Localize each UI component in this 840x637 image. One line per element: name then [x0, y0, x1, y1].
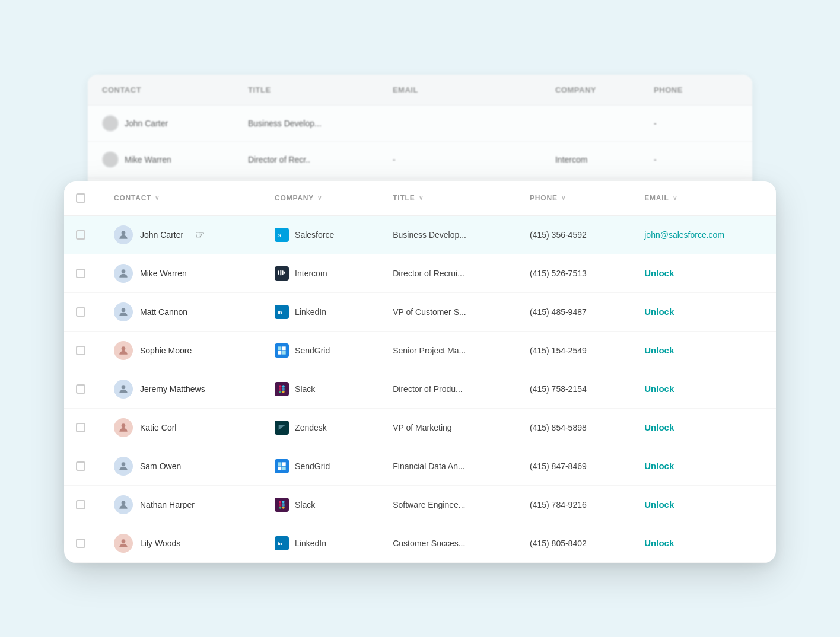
bg-email-cell [378, 105, 541, 141]
phone-text: (415) 847-8469 [530, 461, 587, 471]
unlock-button[interactable]: Unlock [644, 461, 674, 471]
company-cell: in LinkedIn [260, 292, 378, 331]
row-checkbox[interactable] [76, 307, 85, 317]
title-text: VP of Marketing [393, 423, 451, 432]
title-text: Director of Produ... [393, 384, 463, 394]
title-text: VP of Customer S... [393, 307, 466, 317]
unlock-button[interactable]: Unlock [644, 422, 674, 432]
phone-cell: (415) 154-2549 [516, 331, 630, 370]
svg-rect-13 [282, 351, 286, 354]
email-cell: john@salesforce.com [630, 215, 776, 254]
col-company: COMPANY ∨ [260, 181, 378, 215]
contact-name: Jeremy Matthews [140, 384, 205, 394]
phone-text: (415) 526-7513 [530, 269, 587, 278]
unlock-button[interactable]: Unlock [644, 384, 674, 394]
bg-title-cell: Business Develop... [234, 105, 378, 141]
email-cell: Unlock [630, 292, 776, 331]
row-checkbox-cell [64, 215, 100, 254]
row-checkbox[interactable] [76, 230, 85, 240]
bg-col-email: EMAIL [378, 75, 541, 106]
row-checkbox[interactable] [76, 500, 85, 509]
svg-text:in: in [278, 541, 282, 546]
contact-name: Matt Cannon [140, 307, 187, 317]
title-cell: Financial Data An... [378, 447, 516, 485]
bg-contact-name: Mike Warren [125, 155, 171, 164]
phone-sort-icon[interactable]: ∨ [561, 195, 566, 201]
company-name: Salesforce [295, 230, 334, 240]
phone-cell: (415) 758-2154 [516, 370, 630, 408]
row-checkbox[interactable] [76, 539, 85, 548]
company-cell: Intercom [260, 254, 378, 292]
unlock-button[interactable]: Unlock [644, 268, 674, 278]
row-checkbox-cell [64, 485, 100, 524]
company-cell: S Salesforce [260, 215, 378, 254]
avatar [114, 457, 133, 476]
avatar [114, 341, 133, 360]
company-logo [275, 343, 289, 358]
phone-cell: (415) 805-8402 [516, 524, 630, 562]
row-checkbox[interactable] [76, 423, 85, 432]
contact-cell: Sophie Moore [100, 331, 260, 370]
phone-text: (415) 784-9216 [530, 500, 587, 509]
unlock-button[interactable]: Unlock [644, 538, 674, 548]
phone-cell: (415) 356-4592 [516, 215, 630, 254]
contact-name: Katie Corl [140, 423, 176, 432]
contact-cell: Lily Woods [100, 524, 260, 562]
bg-phone-cell: - [639, 141, 752, 177]
table-row: John Carter☞ S Salesforce Business Devel… [64, 215, 776, 254]
email-link[interactable]: john@salesforce.com [644, 230, 724, 240]
svg-rect-10 [278, 346, 281, 350]
unlock-button[interactable]: Unlock [644, 345, 674, 355]
phone-cell: (415) 854-5898 [516, 408, 630, 447]
contact-sort-icon[interactable]: ∨ [155, 195, 160, 201]
row-checkbox[interactable] [76, 346, 85, 355]
svg-point-21 [122, 423, 126, 428]
avatar [114, 495, 133, 514]
title-text: Financial Data An... [393, 461, 464, 471]
title-sort-icon[interactable]: ∨ [419, 195, 424, 201]
avatar [114, 534, 133, 553]
svg-rect-12 [278, 351, 281, 354]
col-email-label: EMAIL [644, 194, 669, 202]
svg-point-16 [282, 385, 285, 387]
svg-rect-6 [284, 271, 285, 273]
bg-col-title: TITLE [234, 75, 378, 106]
email-sort-icon[interactable]: ∨ [673, 195, 677, 201]
svg-point-30 [279, 501, 281, 503]
row-checkbox-cell [64, 524, 100, 562]
contact-cell: Nathan Harper [100, 485, 260, 524]
svg-point-31 [282, 501, 285, 503]
svg-point-18 [282, 390, 285, 393]
row-checkbox-cell [64, 331, 100, 370]
svg-point-14 [122, 385, 126, 389]
svg-rect-27 [278, 466, 281, 470]
row-checkbox[interactable] [76, 461, 85, 471]
title-text: Customer Succes... [393, 539, 465, 548]
svg-rect-11 [282, 346, 286, 350]
svg-point-2 [122, 269, 126, 273]
col-title: TITLE ∨ [378, 181, 516, 215]
page-wrapper: CONTACT TITLE EMAIL COMPANY PHONE John C… [64, 75, 776, 563]
svg-point-9 [122, 346, 126, 351]
select-all-checkbox[interactable] [76, 193, 85, 203]
company-cell: Slack [260, 370, 378, 408]
company-name: Slack [295, 500, 315, 509]
company-logo [275, 266, 289, 281]
company-sort-icon[interactable]: ∨ [317, 195, 322, 201]
avatar [114, 225, 133, 244]
svg-text:S: S [278, 231, 282, 238]
company-logo [275, 459, 289, 473]
company-cell: SendGrid [260, 331, 378, 370]
row-checkbox[interactable] [76, 384, 85, 394]
bg-phone-cell: - [639, 105, 752, 141]
email-cell: Unlock [630, 447, 776, 485]
table-row: Mike Warren Intercom Director of Recrui.… [64, 254, 776, 292]
unlock-button[interactable]: Unlock [644, 499, 674, 509]
contact-name: Lily Woods [140, 539, 180, 548]
row-checkbox-cell [64, 292, 100, 331]
row-checkbox[interactable] [76, 269, 85, 278]
company-logo: in [275, 536, 289, 550]
unlock-button[interactable]: Unlock [644, 307, 674, 317]
select-all-col [64, 181, 100, 215]
svg-rect-25 [278, 462, 281, 466]
